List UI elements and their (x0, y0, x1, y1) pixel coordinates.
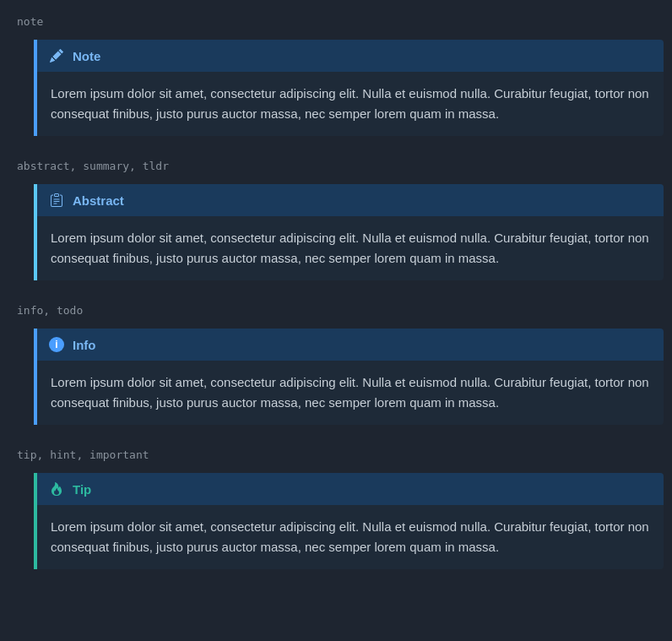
flame-icon (49, 481, 64, 497)
admonition-info-body: Lorem ipsum dolor sit amet, consectetur … (37, 361, 664, 425)
admonition-tip-body: Lorem ipsum dolor sit amet, consectetur … (37, 505, 664, 569)
admonition-tip-title: Tip (37, 473, 664, 505)
admonition-abstract: AbstractLorem ipsum dolor sit amet, cons… (34, 184, 664, 280)
admonition-info-title: iInfo (37, 329, 664, 361)
tag-line-0: note (8, 8, 664, 35)
tag-line-3: tip, hint, important (8, 442, 664, 468)
admonition-info: iInfoLorem ipsum dolor sit amet, consect… (34, 329, 664, 425)
admonition-title-text: Abstract (73, 193, 124, 208)
admonition-title-text: Tip (73, 482, 91, 497)
admonition-note-body: Lorem ipsum dolor sit amet, consectetur … (37, 72, 664, 136)
admonition-abstract-title: Abstract (37, 184, 664, 216)
tag-line-1: abstract, summary, tldr (8, 153, 664, 179)
info-icon: i (49, 337, 64, 352)
admonition-title-text: Info (73, 338, 96, 352)
admonition-note-title: Note (37, 40, 664, 72)
admonition-tip: TipLorem ipsum dolor sit amet, consectet… (34, 473, 664, 569)
admonition-note: NoteLorem ipsum dolor sit amet, consecte… (34, 40, 664, 136)
clipboard-icon (49, 193, 64, 208)
pencil-icon (49, 48, 64, 63)
admonition-abstract-body: Lorem ipsum dolor sit amet, consectetur … (37, 216, 664, 280)
admonition-title-text: Note (73, 49, 100, 63)
tag-line-2: info, todo (8, 297, 664, 323)
